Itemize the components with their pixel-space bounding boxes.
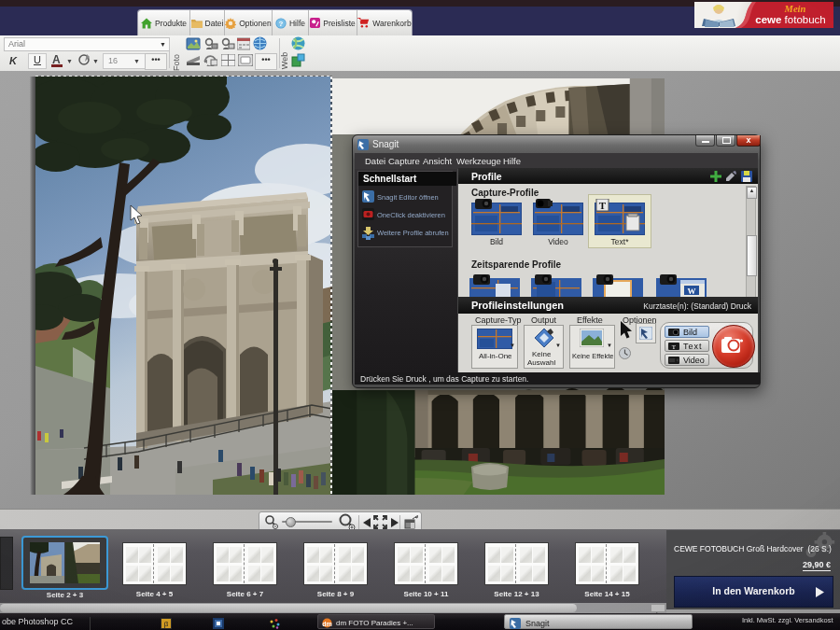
svg-text:dm: dm [322, 621, 332, 627]
svg-text:?: ? [279, 19, 284, 27]
svg-text:β: β [164, 620, 169, 628]
svg-text:T: T [599, 200, 607, 211]
svg-text:T: T [672, 343, 677, 350]
svg-text:W: W [688, 287, 696, 296]
